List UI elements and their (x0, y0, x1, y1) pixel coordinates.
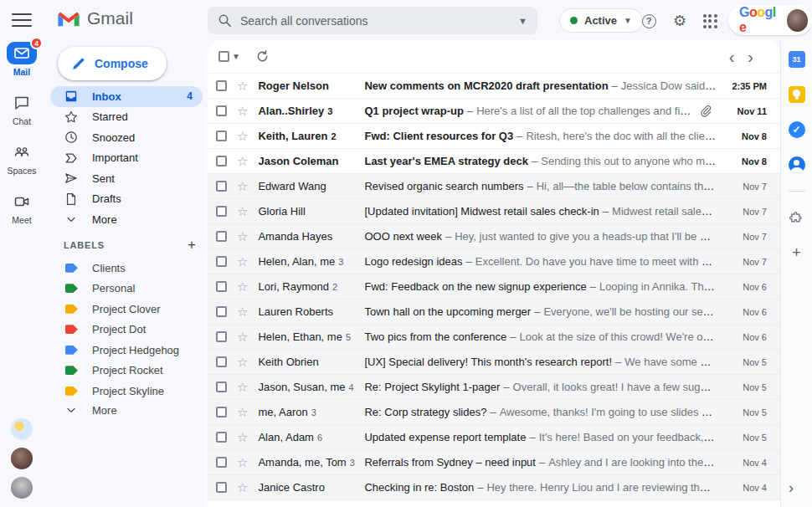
row-checkbox[interactable] (216, 131, 227, 141)
email-row[interactable]: ☆Edward WangRevised organic search numbe… (208, 174, 780, 199)
google-account-pill[interactable]: Google (728, 5, 812, 35)
email-row[interactable]: ☆Gloria Hill[Updated invitation] Midwest… (208, 199, 780, 224)
apps-button[interactable] (700, 11, 720, 31)
star-icon[interactable]: ☆ (237, 79, 248, 92)
keep-button[interactable] (788, 85, 806, 104)
search-input[interactable] (240, 14, 518, 28)
star-icon[interactable]: ☆ (237, 481, 248, 494)
row-checkbox[interactable] (216, 331, 227, 342)
email-row[interactable]: ☆Alan..Shirley3Q1 project wrap-up–Here's… (208, 99, 780, 124)
email-row[interactable]: ☆Amanda, me, Tom3Referrals from Sydney –… (208, 450, 780, 475)
sidebar-item-snoozed[interactable]: Snoozed (50, 127, 203, 148)
row-checkbox[interactable] (216, 382, 227, 392)
rail-item-mail[interactable]: 4Mail (7, 42, 37, 77)
plus-icon: + (792, 245, 801, 260)
email-row[interactable]: ☆Janice CastroChecking in re: Boston–Hey… (208, 475, 780, 500)
email-row[interactable]: ☆Amanda HayesOOO next week–Hey, just wan… (208, 224, 780, 249)
rail-item-spaces[interactable]: Spaces (7, 141, 37, 176)
label-item-project-rocket[interactable]: Project Rocket (50, 361, 203, 382)
email-date: Nov 11 (722, 106, 767, 116)
sidebar-item-starred[interactable]: Starred (50, 107, 203, 128)
star-icon[interactable]: ☆ (237, 356, 248, 368)
star-icon[interactable]: ☆ (237, 305, 248, 318)
main-menu-icon[interactable] (12, 13, 32, 27)
search-bar[interactable]: ▼ (208, 7, 537, 34)
user-avatar[interactable] (787, 9, 808, 32)
newer-page-button[interactable]: ‹ (722, 49, 742, 65)
sidebar-item-important[interactable]: Important (50, 148, 203, 169)
row-checkbox[interactable] (216, 281, 227, 292)
sidebar-item-drafts[interactable]: Drafts (50, 189, 203, 210)
row-checkbox[interactable] (216, 407, 227, 417)
star-icon[interactable]: ☆ (237, 431, 248, 443)
star-icon[interactable]: ☆ (237, 406, 248, 418)
select-all-checkbox[interactable] (218, 51, 229, 62)
label-item-personal[interactable]: Personal (50, 279, 203, 300)
contact-avatar-2[interactable] (11, 477, 33, 499)
search-options-caret-icon[interactable]: ▼ (518, 16, 527, 26)
get-addons-button[interactable] (788, 208, 806, 227)
email-row[interactable]: ☆Jason ColemanLast year's EMEA strategy … (208, 149, 780, 174)
label-item-project-clover[interactable]: Project Clover (50, 299, 203, 320)
email-row[interactable]: ☆Lori, Raymond2Fwd: Feedback on the new … (208, 274, 780, 300)
hide-side-panel-button[interactable]: › (789, 479, 794, 497)
row-checkbox[interactable] (216, 256, 227, 267)
sidebar-item-more[interactable]: More (50, 209, 203, 230)
status-selector[interactable]: Active ▼ (559, 8, 643, 33)
row-checkbox[interactable] (216, 306, 227, 317)
rail-item-chat[interactable]: Chat (7, 91, 37, 126)
row-checkbox[interactable] (216, 482, 227, 493)
star-icon[interactable]: ☆ (237, 105, 248, 117)
star-icon[interactable]: ☆ (237, 280, 248, 293)
row-checkbox[interactable] (216, 356, 227, 367)
star-icon[interactable]: ☆ (237, 155, 248, 167)
calendar-button[interactable]: 31 (788, 50, 806, 69)
email-row[interactable]: ☆Jason, Susan, me4Re: Project Skylight 1… (208, 375, 780, 400)
sidebar-item-sent[interactable]: Sent (50, 168, 203, 189)
email-row[interactable]: ☆Lauren RobertsTown hall on the upcoming… (208, 300, 780, 325)
rail-item-meet[interactable]: Meet (7, 190, 37, 225)
email-row[interactable]: ☆Roger NelsonNew comments on MCR2020 dra… (208, 74, 780, 99)
label-item-clients[interactable]: Clients (50, 258, 203, 279)
label-item-project-hedgehog[interactable]: Project Hedgehog (50, 340, 203, 361)
add-panel-app-button[interactable]: + (788, 243, 806, 262)
refresh-button[interactable] (255, 49, 270, 64)
star-icon[interactable]: ☆ (237, 205, 248, 218)
email-row[interactable]: ☆Alan, Adam6Updated expense report templ… (208, 425, 780, 450)
sidebar-item-inbox[interactable]: Inbox4 (50, 86, 203, 107)
row-checkbox[interactable] (216, 156, 227, 166)
star-icon[interactable]: ☆ (237, 180, 248, 192)
star-icon[interactable]: ☆ (237, 255, 248, 268)
email-row[interactable]: ☆Keith, Lauren2Fwd: Client resources for… (208, 124, 780, 149)
star-icon[interactable]: ☆ (237, 130, 248, 142)
contacts-button[interactable] (788, 156, 806, 174)
compose-button[interactable]: Compose (58, 47, 167, 80)
contact-avatar-1[interactable] (11, 448, 33, 469)
star-icon[interactable]: ☆ (237, 230, 248, 243)
label-item-project-dot[interactable]: Project Dot (50, 320, 203, 341)
row-checkbox[interactable] (216, 105, 227, 116)
create-label-button[interactable]: + (188, 238, 196, 252)
row-checkbox[interactable] (216, 80, 227, 91)
tasks-button[interactable]: ✓ (788, 120, 806, 139)
row-checkbox[interactable] (216, 457, 227, 468)
row-checkbox[interactable] (216, 432, 227, 443)
older-page-button[interactable]: › (741, 49, 760, 65)
row-checkbox[interactable] (216, 181, 227, 192)
row-checkbox[interactable] (216, 231, 227, 242)
label-item-project-skyline[interactable]: Project Skyline (50, 381, 203, 402)
email-row[interactable]: ☆Helen, Alan, me3Logo redesign ideas–Exc… (208, 249, 780, 274)
star-icon[interactable]: ☆ (237, 330, 248, 343)
select-caret-icon[interactable]: ▼ (232, 52, 240, 61)
star-icon[interactable]: ☆ (237, 456, 248, 469)
star-icon[interactable]: ☆ (237, 381, 248, 393)
labels-more-item[interactable]: More (50, 400, 203, 421)
workspace-status-avatar[interactable] (11, 418, 33, 440)
row-checkbox[interactable] (216, 206, 227, 217)
help-button[interactable]: ? (639, 11, 659, 31)
settings-button[interactable]: ⚙ (670, 11, 690, 31)
email-row[interactable]: ☆Helen, Ethan, me5Two pics from the conf… (208, 325, 780, 350)
email-row[interactable]: ☆Keith Obrien[UX] Special delivery! This… (208, 350, 780, 375)
email-row[interactable]: ☆me, Aaron3Re: Corp strategy slides?–Awe… (208, 400, 780, 425)
email-subject: Town hall on the upcoming merger (364, 305, 531, 318)
